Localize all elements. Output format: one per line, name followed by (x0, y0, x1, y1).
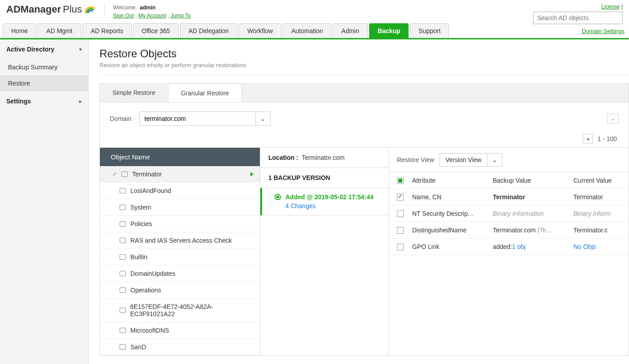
tree-label: MicrosoftDNS (130, 327, 169, 334)
tab-office-365[interactable]: Office 365 (133, 23, 179, 38)
tree-row[interactable]: Builtin (100, 249, 260, 266)
subtab-granular-restore[interactable]: Granular Restore (168, 84, 242, 102)
logo-arc-icon (84, 4, 96, 15)
check-icon: ✓ (112, 171, 117, 177)
sidebar-item-restore[interactable]: Restore (0, 75, 88, 91)
right-extra-btn[interactable]: ⌄ (607, 114, 619, 124)
attr-backup: added:1 obj (493, 243, 573, 250)
search-input[interactable] (533, 12, 623, 24)
row-checkbox[interactable] (397, 227, 404, 234)
sidebar-section-settings[interactable]: Settings ▸ (0, 91, 88, 111)
tree-row[interactable]: LostAndFound (100, 183, 260, 199)
folder-icon (120, 221, 126, 227)
attr-row: NT Security Descrip...Binary Information… (389, 206, 629, 222)
sign-out-link[interactable]: Sign Out (113, 13, 134, 19)
tree-row[interactable]: SanD (100, 339, 260, 355)
versions-header: 1 BACKUP VERSION (260, 168, 388, 188)
brand-logo: ADManager Plus (6, 4, 96, 15)
attr-backup: Binary Information (493, 210, 573, 217)
tab-ad-reports[interactable]: AD Reports (82, 23, 132, 38)
select-all-checkbox[interactable] (397, 177, 404, 184)
folder-icon (120, 238, 126, 243)
tree-row[interactable]: System (100, 199, 260, 216)
attr-current: No Objs (573, 243, 620, 250)
restore-view-select[interactable]: Version View ⌄ (439, 153, 502, 167)
attr-backup: Terminator.com (Te... (493, 227, 573, 234)
location-value: Terminator.com (302, 154, 345, 161)
tree-header: Object Name (100, 148, 260, 166)
tree-row[interactable]: Policies (100, 216, 260, 232)
backup-version-item[interactable]: Added @ 2019-05-02 17:54:44 4 Changes (260, 188, 388, 215)
chevron-down-icon: ▾ (79, 47, 82, 52)
tab-admin[interactable]: Admin (333, 23, 368, 38)
divider (99, 75, 629, 75)
pager-range: 1 - 100 (597, 135, 617, 142)
attr-backup: Terminator (493, 193, 573, 201)
tree-row[interactable]: Operations (100, 282, 260, 299)
tree-row[interactable]: MicrosoftDNS (100, 322, 260, 339)
row-checkbox[interactable] (397, 194, 404, 201)
tab-automation[interactable]: Automation (283, 23, 332, 38)
license-link[interactable]: License (601, 4, 620, 10)
tree-label: Terminator (132, 171, 162, 178)
attr-name: GPO Link (412, 243, 493, 250)
tree-row[interactable]: 6E157EDF-4E72-4052-A82A-EC3F91021A22 (100, 299, 260, 322)
tab-home[interactable]: Home (3, 23, 36, 38)
folder-icon (120, 328, 126, 333)
pager-prev-button[interactable]: ◂ (583, 134, 593, 144)
row-checkbox[interactable] (397, 244, 404, 250)
changes-link[interactable]: 4 Changes (285, 202, 380, 210)
sidebar-section-ad[interactable]: Active Directory ▾ (0, 39, 88, 59)
tab-ad-mgmt[interactable]: AD Mgmt (38, 23, 81, 38)
attr-current: Terminator.c (573, 227, 620, 234)
sidebar-section-settings-label: Settings (6, 98, 31, 105)
page-title: Restore Objects (99, 47, 629, 60)
tree-label: LostAndFound (130, 187, 171, 194)
subtab-simple-restore[interactable]: Simple Restore (100, 84, 168, 102)
tree-label: Policies (130, 220, 152, 227)
tree-label: RAS and IAS Servers Access Check (130, 237, 232, 244)
tree-row[interactable]: DomainUpdates (100, 266, 260, 282)
domain-label: Domain (110, 115, 131, 122)
tree-label: Builtin (130, 253, 147, 261)
col-attribute: Attribute (412, 177, 493, 184)
attr-name: Name, CN (412, 193, 493, 201)
attr-name: DistinguishedName (412, 227, 493, 234)
restore-view-value: Version View (440, 154, 487, 166)
tree-label: SanD (130, 343, 146, 351)
col-current: Current Value (573, 177, 620, 184)
row-checkbox[interactable] (397, 210, 404, 217)
tab-workflow[interactable]: Workflow (239, 23, 281, 38)
restore-view-label: Restore View (397, 156, 434, 163)
my-account-link[interactable]: My Account (138, 13, 166, 19)
folder-icon (120, 205, 126, 210)
tab-backup[interactable]: Backup (369, 23, 409, 38)
attr-current: Terminator (573, 193, 620, 201)
col-backup: Backup Value (493, 177, 573, 184)
folder-icon (120, 344, 126, 350)
chevron-right-icon: ▸ (79, 98, 82, 104)
domain-input[interactable] (139, 111, 256, 126)
folder-icon (121, 171, 128, 177)
location-label: Location : (268, 154, 298, 161)
tree-row[interactable]: RAS and IAS Servers Access Check (100, 232, 260, 249)
domain-dropdown-btn[interactable]: ⌄ (256, 111, 271, 126)
folder-icon (120, 287, 126, 293)
tab-ad-delegation[interactable]: AD Delegation (180, 23, 237, 38)
tree-row[interactable]: ✓Terminator (100, 166, 260, 183)
sidebar-item-backup-summary[interactable]: Backup Summary (0, 59, 88, 75)
jump-to-link[interactable]: Jump To (171, 13, 191, 19)
tree-label: 6E157EDF-4E72-4052-A82A-EC3F91021A22 (130, 303, 253, 317)
sidebar-section-ad-label: Active Directory (6, 46, 54, 53)
folder-icon (120, 271, 126, 276)
attr-name: NT Security Descrip... (412, 210, 493, 217)
welcome-block: Welcome, admin Sign Out , My Account , J… (113, 4, 191, 20)
brand-name-b: Plus (63, 4, 82, 15)
tree-label: System (130, 204, 151, 211)
attr-current: Binary Inform (573, 210, 620, 217)
tree-label: DomainUpdates (130, 270, 175, 277)
folder-icon (120, 308, 126, 313)
tab-support[interactable]: Support (410, 23, 449, 38)
domain-settings-link[interactable]: Domain Settings (580, 24, 626, 38)
attr-row: GPO Linkadded:1 objNo Objs (389, 239, 629, 255)
